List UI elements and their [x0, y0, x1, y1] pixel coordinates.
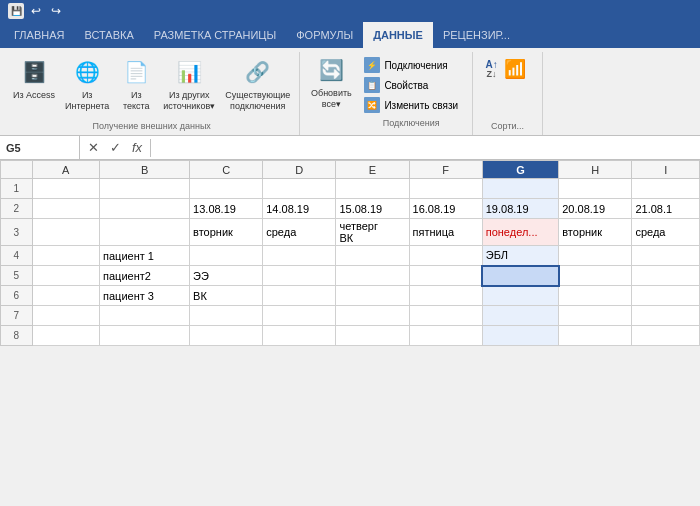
cell-h1[interactable] [559, 179, 632, 199]
cell-b7[interactable] [100, 306, 190, 326]
cell-a4[interactable] [32, 246, 100, 266]
cell-d4[interactable] [263, 246, 336, 266]
cell-i6[interactable] [632, 286, 700, 306]
undo-icon[interactable]: ↩ [28, 3, 44, 19]
tab-review[interactable]: РЕЦЕНЗИР... [433, 22, 520, 48]
cell-i8[interactable] [632, 326, 700, 346]
cell-g7[interactable] [482, 306, 559, 326]
btn-from-internet[interactable]: 🌐 ИзИнтернета [62, 54, 112, 114]
cell-b1[interactable] [100, 179, 190, 199]
cell-b2[interactable] [100, 199, 190, 219]
cell-g8[interactable] [482, 326, 559, 346]
col-header-a[interactable]: A [32, 161, 100, 179]
cell-a6[interactable] [32, 286, 100, 306]
cell-b6[interactable]: пациент 3 [100, 286, 190, 306]
cell-h4[interactable] [559, 246, 632, 266]
col-header-i[interactable]: I [632, 161, 700, 179]
cell-f4[interactable] [409, 246, 482, 266]
confirm-formula-button[interactable]: ✓ [106, 139, 124, 157]
tab-insert[interactable]: ВСТАВКА [74, 22, 143, 48]
btn-from-text[interactable]: 📄 Изтекста [116, 54, 156, 114]
cell-e5[interactable] [336, 266, 409, 286]
cell-e2[interactable]: 15.08.19 [336, 199, 409, 219]
cell-h6[interactable] [559, 286, 632, 306]
connections-item[interactable]: ⚡ Подключения [362, 56, 460, 74]
cell-c8[interactable] [190, 326, 263, 346]
cell-c6[interactable]: ВК [190, 286, 263, 306]
cell-g2[interactable]: 19.08.19 [482, 199, 559, 219]
cell-c2[interactable]: 13.08.19 [190, 199, 263, 219]
cell-e3[interactable]: четвергВК [336, 219, 409, 246]
cell-d1[interactable] [263, 179, 336, 199]
cell-a3[interactable] [32, 219, 100, 246]
cell-a8[interactable] [32, 326, 100, 346]
cell-g1[interactable] [482, 179, 559, 199]
col-header-e[interactable]: E [336, 161, 409, 179]
cell-g5[interactable] [482, 266, 559, 286]
btn-existing[interactable]: 🔗 Существующиеподключения [222, 54, 293, 114]
btn-from-other[interactable]: 📊 Из другихисточников▾ [160, 54, 218, 114]
cell-b4[interactable]: пациент 1 [100, 246, 190, 266]
cell-f1[interactable] [409, 179, 482, 199]
change-links-item[interactable]: 🔀 Изменить связи [362, 96, 460, 114]
col-header-b[interactable]: B [100, 161, 190, 179]
btn-refresh-all[interactable]: 🔄 Обновитьвсе▾ [306, 52, 356, 131]
cell-i3[interactable]: среда [632, 219, 700, 246]
redo-icon[interactable]: ↪ [48, 3, 64, 19]
cell-i2[interactable]: 21.08.1 [632, 199, 700, 219]
cell-e1[interactable] [336, 179, 409, 199]
cancel-formula-button[interactable]: ✕ [84, 139, 102, 157]
btn-sort[interactable]: 📶 [500, 56, 530, 82]
cell-a2[interactable] [32, 199, 100, 219]
cell-h3[interactable]: вторник [559, 219, 632, 246]
properties-item[interactable]: 📋 Свойства [362, 76, 460, 94]
cell-d8[interactable] [263, 326, 336, 346]
cell-d7[interactable] [263, 306, 336, 326]
cell-b8[interactable] [100, 326, 190, 346]
cell-i4[interactable] [632, 246, 700, 266]
col-header-d[interactable]: D [263, 161, 336, 179]
cell-g3[interactable]: понедел... [482, 219, 559, 246]
tab-home[interactable]: ГЛАВНАЯ [4, 22, 74, 48]
col-header-h[interactable]: H [559, 161, 632, 179]
cell-g6[interactable] [482, 286, 559, 306]
save-icon[interactable]: 💾 [8, 3, 24, 19]
cell-g4[interactable]: ЭБЛ [482, 246, 559, 266]
cell-d5[interactable] [263, 266, 336, 286]
tab-layout[interactable]: РАЗМЕТКА СТРАНИЦЫ [144, 22, 286, 48]
cell-d6[interactable] [263, 286, 336, 306]
tab-data[interactable]: ДАННЫЕ [363, 22, 433, 48]
tab-formulas[interactable]: ФОРМУЛЫ [286, 22, 363, 48]
cell-f3[interactable]: пятница [409, 219, 482, 246]
cell-e7[interactable] [336, 306, 409, 326]
cell-a7[interactable] [32, 306, 100, 326]
cell-i5[interactable] [632, 266, 700, 286]
cell-f2[interactable]: 16.08.19 [409, 199, 482, 219]
cell-b5[interactable]: пациент2 [100, 266, 190, 286]
cell-c5[interactable]: ЭЭ [190, 266, 263, 286]
cell-f6[interactable] [409, 286, 482, 306]
cell-h7[interactable] [559, 306, 632, 326]
cell-a1[interactable] [32, 179, 100, 199]
cell-c7[interactable] [190, 306, 263, 326]
cell-f7[interactable] [409, 306, 482, 326]
cell-c4[interactable] [190, 246, 263, 266]
cell-i7[interactable] [632, 306, 700, 326]
col-header-c[interactable]: C [190, 161, 263, 179]
cell-d2[interactable]: 14.08.19 [263, 199, 336, 219]
cell-b3[interactable] [100, 219, 190, 246]
cell-a5[interactable] [32, 266, 100, 286]
cell-e4[interactable] [336, 246, 409, 266]
cell-reference[interactable]: G5 [0, 136, 80, 159]
cell-h8[interactable] [559, 326, 632, 346]
col-header-g[interactable]: G [482, 161, 559, 179]
cell-h2[interactable]: 20.08.19 [559, 199, 632, 219]
cell-d3[interactable]: среда [263, 219, 336, 246]
cell-f8[interactable] [409, 326, 482, 346]
cell-e8[interactable] [336, 326, 409, 346]
cell-f5[interactable] [409, 266, 482, 286]
insert-function-button[interactable]: fx [128, 139, 146, 157]
cell-c3[interactable]: вторник [190, 219, 263, 246]
col-header-f[interactable]: F [409, 161, 482, 179]
cell-i1[interactable] [632, 179, 700, 199]
